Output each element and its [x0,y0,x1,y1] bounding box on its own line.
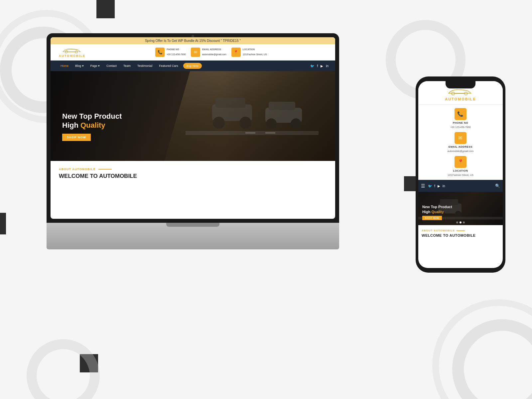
laptop-border: Spring Offer Is To Get WP Bundle At 15% … [47,33,339,223]
hero-cars-svg [186,78,319,154]
nav-page[interactable]: Page ▾ [87,64,103,67]
phone-email-label: EMAIL ADDRESS [449,145,472,148]
youtube-icon[interactable]: ▶ [321,64,323,68]
phone-about-title: WELCOME TO AUTOMOBILE [422,233,499,237]
phone-email-value: automobile@gmail.com [448,150,473,153]
logo-car-icon [61,47,84,54]
phone-contact-location: 📍 LOCATION 123,Fashion Street, US [448,156,473,177]
email-value: automobile@gmail.com [202,53,226,56]
svg-point-9 [291,118,301,129]
location-value: 123,Fashion Street, US [243,53,267,56]
phone-about-label: ABOUT AUTOMOBILE [422,229,499,232]
phone-nav: ☰ 🐦 f ▶ in 🔍 [418,180,503,192]
phone-phone-label: PHONE NO [453,121,468,124]
nav-blog[interactable]: Blog ▾ [72,64,87,67]
hero-title-gold: Quality [80,121,105,129]
about-section: ABOUT AUTOMOBILE WELCOME TO AUTOMOBILE [51,161,335,186]
search-icon[interactable]: 🔍 [495,184,500,188]
svg-point-18 [455,211,462,217]
phone-border: AUTOMOBILE 📞 PHONE NO +00 123-456-7890 ✉… [416,76,505,273]
svg-point-8 [266,118,277,129]
phone-label: PHONE NO [167,48,186,51]
hero-dot-2[interactable] [460,221,462,223]
phone-phone-icon: 📞 [455,108,466,120]
phone-hero-section: New Top Product High Quality SHOP NOW [418,192,503,225]
phone-hero-content: New Top Product High Quality SHOP NOW [422,204,452,220]
nav-testimonial[interactable]: Testimonial [134,64,156,67]
laptop-hinge [166,223,219,227]
shop-now-button[interactable]: SHOP NOW [62,134,91,141]
phone-contact-phone: 📞 PHONE NO +00 123-456-7890 [450,108,471,129]
promo-banner: Spring Offer Is To Get WP Bundle At 15% … [51,37,335,44]
phone-info: PHONE NO +00 123-456-7890 [167,48,186,57]
svg-rect-16 [440,199,458,205]
svg-point-4 [213,117,225,129]
phone-twitter-icon[interactable]: 🐦 [428,184,432,188]
phone-about-section: ABOUT AUTOMOBILE WELCOME TO AUTOMOBILE [418,225,503,241]
phone-shop-now-button[interactable]: SHOP NOW [422,216,442,220]
phone-facebook-icon[interactable]: f [434,184,435,188]
hero-dot-3[interactable] [463,221,465,223]
contact-email: ✉ EMAIL ADDRESS automobile@gmail.com [191,48,226,57]
contact-phone: 📞 PHONE NO +00 123-456-7890 [155,48,186,57]
nav-contact[interactable]: Contact [103,64,120,67]
decorative-circle-bl [27,339,100,399]
laptop-screen: Spring Offer Is To Get WP Bundle At 15% … [51,37,335,219]
svg-point-5 [239,117,251,129]
logo-brand: AUTO [59,54,70,58]
svg-point-14 [465,92,467,95]
location-icon: 📍 [231,48,241,57]
phone-location-value: 123,Fashion Street, US [448,174,473,177]
laptop-mockup: Spring Offer Is To Get WP Bundle At 15% … [47,33,346,249]
about-label: ABOUT AUTOMOBILE [59,168,327,171]
decorative-square-top [96,0,115,18]
nav-team[interactable]: Team [120,64,134,67]
hero-content: New Top Product High Quality SHOP NOW [62,112,122,141]
phone-location-label: LOCATION [453,169,468,172]
phone-location-icon: 📍 [455,156,466,168]
buy-now-button[interactable]: Buy Now [183,63,202,69]
nav-featured-cars[interactable]: Featured Cars [156,64,182,67]
nav-home[interactable]: Home [57,64,72,67]
hero-title-plain: High [62,121,80,129]
phone-value: +00 123-456-7890 [167,53,186,56]
hero-dot-1[interactable] [456,221,458,223]
phone-logo-brand: AUTO [445,97,458,101]
facebook-icon[interactable]: f [317,64,318,68]
svg-point-1 [75,51,77,53]
phone-phone-value: +00 123-456-7890 [450,126,471,129]
site-header: AUTOMOBILE 📞 PHONE NO +00 123-456-7890 [51,44,335,61]
phone-notch [446,81,475,88]
phone-hero-title: New Top Product High Quality [422,204,452,214]
phone-linkedin-icon[interactable]: in [443,184,445,188]
phone-logo-highlight: MOBILE [458,97,476,101]
svg-rect-7 [269,102,295,110]
phone-screen: AUTOMOBILE 📞 PHONE NO +00 123-456-7890 ✉… [418,81,503,268]
site-nav: Home Blog ▾ Page ▾ Contact Team Testimon… [51,61,335,71]
logo: AUTOMOBILE [57,47,87,58]
phone-mockup: AUTOMOBILE 📞 PHONE NO +00 123-456-7890 ✉… [416,76,505,273]
phone-logo-car-icon [446,87,475,96]
nav-social-links: 🐦 f ▶ in [310,64,329,68]
email-icon: ✉ [191,48,200,57]
svg-point-13 [452,92,455,95]
banner-text: Spring Offer Is To Get WP Bundle At 15% … [145,39,241,43]
linkedin-icon[interactable]: in [326,64,329,68]
location-info: LOCATION 123,Fashion Street, US [243,48,267,57]
phone-youtube-icon[interactable]: ▶ [438,184,440,188]
decorative-circle-br2 [432,299,532,399]
about-title: WELCOME TO AUTOMOBILE [59,173,327,180]
twitter-icon[interactable]: 🐦 [310,64,314,68]
phone-contact-section: 📞 PHONE NO +00 123-456-7890 ✉ EMAIL ADDR… [418,105,503,180]
phone-hero-line2: High Quality [422,209,452,214]
laptop-base [47,223,339,249]
svg-rect-3 [215,98,245,108]
phone-nav-social: 🐦 f ▶ in [428,184,445,188]
contact-location: 📍 LOCATION 123,Fashion Street, US [231,48,267,57]
phone-email-icon: ✉ [455,132,466,144]
hero-title-line2: High Quality [62,121,122,130]
svg-point-0 [65,51,67,53]
hamburger-icon[interactable]: ☰ [421,183,425,189]
hero-section: New Top Product High Quality SHOP NOW [51,71,335,161]
email-info: EMAIL ADDRESS automobile@gmail.com [202,48,226,57]
